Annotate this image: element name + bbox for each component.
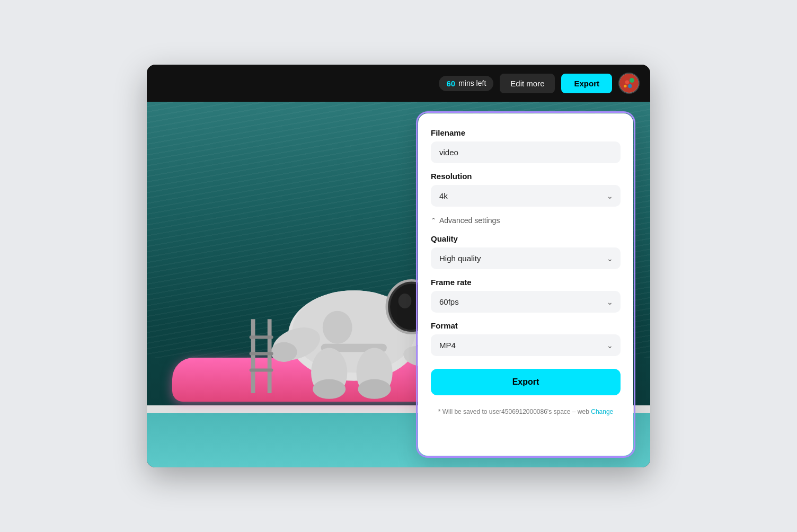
svg-rect-23	[250, 336, 273, 339]
quality-select[interactable]: Low quality Medium quality High quality	[431, 247, 621, 269]
svg-point-7	[323, 311, 352, 344]
export-top-button[interactable]: Export	[561, 74, 612, 93]
save-note-text: * Will be saved to user4506912000086's s…	[438, 408, 589, 415]
resolution-label: Resolution	[431, 172, 621, 181]
main-content: Filename Resolution 360p 720p 1080p 4k ⌄	[147, 102, 650, 467]
mins-left-badge: 60 mins left	[439, 76, 493, 91]
advanced-settings-chevron-icon: ⌃	[431, 217, 436, 224]
app-window: 60 mins left Edit more Export	[147, 65, 650, 467]
quality-group: Quality Low quality Medium quality High …	[431, 234, 621, 269]
quality-select-wrapper: Low quality Medium quality High quality …	[431, 247, 621, 269]
resolution-select-wrapper: 360p 720p 1080p 4k ⌄	[431, 185, 621, 207]
framerate-select-wrapper: 24fps 30fps 60fps ⌄	[431, 291, 621, 313]
svg-point-1	[625, 81, 629, 84]
advanced-settings-toggle[interactable]: ⌃ Advanced settings	[431, 215, 621, 226]
svg-point-4	[624, 85, 626, 87]
svg-point-3	[628, 84, 632, 88]
svg-rect-21	[251, 320, 255, 394]
format-label: Format	[431, 321, 621, 330]
svg-rect-22	[268, 320, 272, 394]
svg-rect-24	[250, 352, 273, 356]
svg-point-0	[619, 74, 639, 93]
resolution-group: Resolution 360p 720p 1080p 4k ⌄	[431, 172, 621, 207]
format-group: Format MP4 MOV WebM GIF ⌄	[431, 321, 621, 356]
save-note: * Will be saved to user4506912000086's s…	[431, 408, 621, 415]
export-panel: Filename Resolution 360p 720p 1080p 4k ⌄	[417, 112, 634, 457]
mins-left-label: mins left	[458, 79, 486, 87]
svg-point-20	[358, 379, 391, 399]
filename-input[interactable]	[431, 141, 621, 163]
top-bar: 60 mins left Edit more Export	[147, 65, 650, 102]
filename-label: Filename	[431, 128, 621, 137]
export-main-button[interactable]: Export	[431, 369, 621, 395]
save-note-change-link[interactable]: Change	[591, 408, 613, 415]
framerate-select[interactable]: 24fps 30fps 60fps	[431, 291, 621, 313]
svg-point-19	[313, 379, 346, 399]
svg-point-15	[271, 342, 297, 362]
avatar[interactable]	[618, 73, 640, 94]
format-select-wrapper: MP4 MOV WebM GIF ⌄	[431, 334, 621, 356]
resolution-select[interactable]: 360p 720p 1080p 4k	[431, 185, 621, 207]
mins-left-number: 60	[446, 79, 455, 88]
svg-rect-25	[250, 369, 273, 372]
svg-point-2	[630, 78, 634, 83]
filename-group: Filename	[431, 128, 621, 163]
edit-more-button[interactable]: Edit more	[500, 74, 555, 93]
advanced-settings-label: Advanced settings	[439, 216, 500, 225]
quality-label: Quality	[431, 234, 621, 243]
export-panel-inner: Filename Resolution 360p 720p 1080p 4k ⌄	[431, 128, 621, 415]
format-select[interactable]: MP4 MOV WebM GIF	[431, 334, 621, 356]
framerate-label: Frame rate	[431, 278, 621, 287]
framerate-group: Frame rate 24fps 30fps 60fps ⌄	[431, 278, 621, 313]
svg-point-11	[398, 294, 412, 308]
